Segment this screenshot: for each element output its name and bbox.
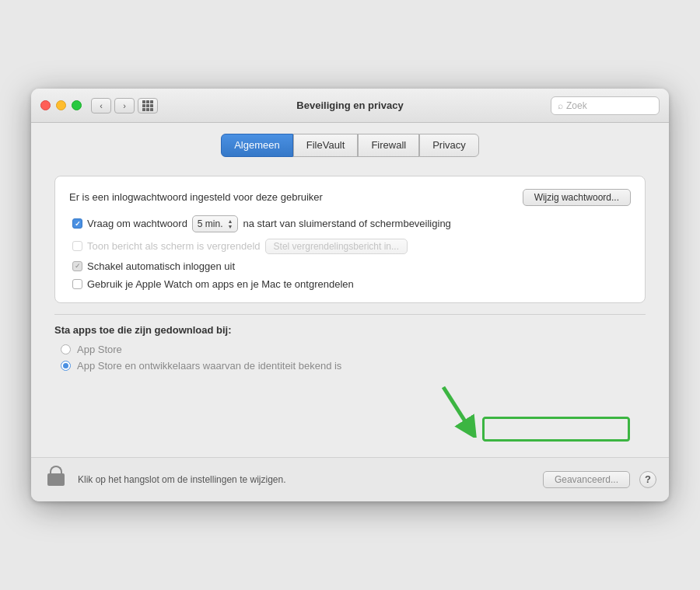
window-title: Beveiliging en privacy (296, 99, 403, 111)
app-store-dev-radio[interactable] (61, 361, 71, 371)
close-button[interactable] (40, 100, 51, 110)
highlight-area (54, 379, 646, 442)
svg-line-1 (443, 387, 471, 430)
toon-bericht-checkbox[interactable] (72, 241, 82, 251)
minimize-button[interactable] (56, 100, 66, 110)
lock-shackle (50, 466, 62, 473)
tab-algemeen[interactable]: Algemeen (221, 134, 293, 157)
search-box[interactable]: ⌕ Zoek (551, 96, 660, 115)
app-store-radio[interactable] (61, 344, 71, 354)
lock-body (47, 473, 65, 486)
nav-buttons: ‹ › (91, 98, 135, 113)
apple-watch-label: Gebruik je Apple Watch om apps en je Mac… (87, 278, 354, 290)
download-section: Sta apps toe die zijn gedownload bij: Ap… (54, 324, 646, 449)
toon-bericht-row: Toon bericht als scherm is vergrendeld S… (69, 239, 631, 254)
apple-watch-row: Gebruik je Apple Watch om apps en je Mac… (69, 278, 631, 290)
traffic-lights (40, 100, 82, 110)
tab-privacy[interactable]: Privacy (419, 134, 479, 157)
titlebar: ‹ › Beveiliging en privacy ⌕ Zoek (31, 89, 669, 123)
grid-icon (142, 100, 153, 111)
section-divider (54, 314, 646, 315)
time-value: 5 min. (198, 218, 223, 229)
schakel-checkbox[interactable] (72, 261, 82, 271)
help-button[interactable]: ? (639, 471, 656, 488)
back-button[interactable]: ‹ (91, 98, 111, 113)
toon-bericht-label: Toon bericht als scherm is vergrendeld (87, 240, 261, 252)
highlighted-button-box (482, 417, 630, 442)
search-icon: ⌕ (558, 100, 563, 111)
search-placeholder: Zoek (566, 100, 587, 111)
app-store-radio-row: App Store (54, 344, 646, 355)
forward-button[interactable]: › (114, 98, 135, 113)
apple-watch-checkbox[interactable] (72, 279, 82, 289)
after-time-label: na start van sluimerstand of schermbevei… (243, 218, 450, 229)
main-window: ‹ › Beveiliging en privacy ⌕ Zoek Algeme… (31, 89, 669, 501)
maximize-button[interactable] (72, 100, 82, 110)
tab-filevault[interactable]: FileVault (293, 134, 359, 157)
bottom-bar: Klik op het hangslot om de instellingen … (31, 457, 669, 501)
vraag-wachtwoord-checkbox[interactable] (72, 218, 82, 229)
app-store-dev-radio-row: App Store en ontwikkelaars waarvan de id… (54, 360, 646, 372)
app-store-label: App Store (77, 344, 122, 355)
vraag-wachtwoord-row: Vraag om wachtwoord 5 min. ▲ ▼ na start … (69, 215, 631, 232)
schakel-label: Schakel automatisch inloggen uit (87, 260, 235, 272)
lock-icon (44, 466, 68, 494)
green-arrow-container (436, 383, 482, 438)
green-arrow-icon (436, 383, 482, 438)
grid-view-button[interactable] (138, 98, 158, 113)
lock-hint-text: Klik op het hangslot om de instellingen … (78, 474, 534, 485)
wijzig-wachtwoord-button[interactable]: Wijzig wachtwoord... (523, 189, 631, 206)
schakel-row: Schakel automatisch inloggen uit (69, 260, 631, 272)
time-arrows: ▲ ▼ (228, 218, 233, 229)
main-content: Er is een inlogwachtwoord ingesteld voor… (31, 165, 669, 457)
time-select[interactable]: 5 min. ▲ ▼ (192, 215, 239, 232)
password-header: Er is een inlogwachtwoord ingesteld voor… (69, 189, 631, 206)
password-section: Er is een inlogwachtwoord ingesteld voor… (54, 176, 646, 303)
tab-firewall[interactable]: Firewall (358, 134, 419, 157)
password-header-text: Er is een inlogwachtwoord ingesteld voor… (69, 191, 323, 203)
tabs-bar: Algemeen FileVault Firewall Privacy (31, 123, 669, 165)
vraag-wachtwoord-label: Vraag om wachtwoord (87, 218, 187, 229)
stel-vergrendelingsbericht-button[interactable]: Stel vergrendelingsbericht in... (265, 239, 408, 254)
download-section-title: Sta apps toe die zijn gedownload bij: (54, 324, 646, 336)
app-store-dev-label: App Store en ontwikkelaars waarvan de id… (77, 360, 341, 372)
time-dropdown-group: 5 min. ▲ ▼ (192, 215, 239, 232)
geavanceerd-button[interactable]: Geavanceerd... (543, 471, 630, 488)
